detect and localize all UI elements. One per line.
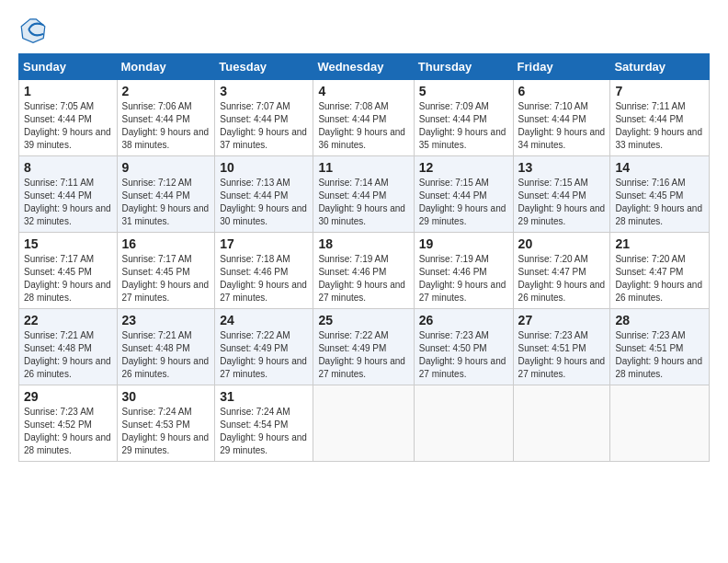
calendar-cell (513, 385, 610, 462)
day-info: Sunrise: 7:23 AMSunset: 4:52 PMDaylight:… (24, 406, 112, 457)
day-number: 18 (318, 236, 408, 251)
calendar-cell: 13Sunrise: 7:15 AMSunset: 4:44 PMDayligh… (513, 156, 610, 233)
day-number: 28 (615, 313, 704, 327)
calendar-cell: 18Sunrise: 7:19 AMSunset: 4:46 PMDayligh… (313, 233, 414, 309)
col-header-monday: Monday (117, 54, 215, 80)
calendar-cell (313, 385, 414, 462)
day-number: 14 (615, 160, 704, 175)
calendar-header-row: SundayMondayTuesdayWednesdayThursdayFrid… (19, 54, 710, 80)
day-number: 22 (24, 313, 112, 327)
day-info: Sunrise: 7:21 AMSunset: 4:48 PMDaylight:… (122, 329, 210, 381)
calendar-cell (414, 385, 513, 462)
calendar-cell: 15Sunrise: 7:17 AMSunset: 4:45 PMDayligh… (19, 233, 118, 309)
calendar-cell: 11Sunrise: 7:14 AMSunset: 4:44 PMDayligh… (313, 156, 414, 233)
day-number: 2 (122, 84, 210, 98)
day-number: 31 (220, 389, 308, 404)
day-number: 10 (220, 160, 308, 175)
day-info: Sunrise: 7:06 AMSunset: 4:44 PMDaylight:… (122, 100, 210, 152)
day-info: Sunrise: 7:20 AMSunset: 4:47 PMDaylight:… (518, 253, 606, 304)
calendar-cell: 10Sunrise: 7:13 AMSunset: 4:44 PMDayligh… (215, 156, 313, 233)
day-number: 13 (518, 160, 606, 175)
calendar-cell: 23Sunrise: 7:21 AMSunset: 4:48 PMDayligh… (117, 309, 215, 385)
week-row-4: 22Sunrise: 7:21 AMSunset: 4:48 PMDayligh… (19, 309, 710, 385)
calendar-cell: 26Sunrise: 7:23 AMSunset: 4:50 PMDayligh… (414, 309, 513, 385)
day-info: Sunrise: 7:15 AMSunset: 4:44 PMDaylight:… (518, 177, 606, 228)
day-number: 5 (419, 84, 508, 98)
day-number: 12 (419, 160, 508, 175)
day-number: 17 (220, 236, 308, 251)
calendar-cell: 1Sunrise: 7:05 AMSunset: 4:44 PMDaylight… (19, 80, 118, 156)
calendar-cell: 29Sunrise: 7:23 AMSunset: 4:52 PMDayligh… (19, 385, 118, 462)
calendar-cell: 17Sunrise: 7:18 AMSunset: 4:46 PMDayligh… (215, 233, 313, 309)
day-number: 24 (220, 313, 308, 327)
day-number: 1 (24, 84, 112, 98)
day-info: Sunrise: 7:11 AMSunset: 4:44 PMDaylight:… (24, 177, 112, 228)
col-header-saturday: Saturday (610, 54, 710, 80)
calendar-cell: 2Sunrise: 7:06 AMSunset: 4:44 PMDaylight… (117, 80, 215, 156)
calendar-table: SundayMondayTuesdayWednesdayThursdayFrid… (18, 53, 710, 462)
day-info: Sunrise: 7:12 AMSunset: 4:44 PMDaylight:… (122, 177, 210, 228)
day-info: Sunrise: 7:23 AMSunset: 4:51 PMDaylight:… (518, 329, 606, 381)
calendar-cell: 19Sunrise: 7:19 AMSunset: 4:46 PMDayligh… (414, 233, 513, 309)
col-header-thursday: Thursday (414, 54, 513, 80)
day-number: 11 (318, 160, 408, 175)
calendar-cell: 12Sunrise: 7:15 AMSunset: 4:44 PMDayligh… (414, 156, 513, 233)
day-number: 3 (220, 84, 308, 98)
day-info: Sunrise: 7:10 AMSunset: 4:44 PMDaylight:… (518, 100, 606, 152)
day-info: Sunrise: 7:07 AMSunset: 4:44 PMDaylight:… (220, 100, 308, 152)
calendar-cell: 3Sunrise: 7:07 AMSunset: 4:44 PMDaylight… (215, 80, 313, 156)
day-number: 9 (122, 160, 210, 175)
day-info: Sunrise: 7:21 AMSunset: 4:48 PMDaylight:… (24, 329, 112, 381)
day-number: 27 (518, 313, 606, 327)
day-number: 8 (24, 160, 112, 175)
day-info: Sunrise: 7:09 AMSunset: 4:44 PMDaylight:… (419, 100, 508, 152)
day-number: 23 (122, 313, 210, 327)
calendar-cell: 5Sunrise: 7:09 AMSunset: 4:44 PMDaylight… (414, 80, 513, 156)
calendar-cell: 27Sunrise: 7:23 AMSunset: 4:51 PMDayligh… (513, 309, 610, 385)
day-info: Sunrise: 7:22 AMSunset: 4:49 PMDaylight:… (318, 329, 408, 381)
day-number: 25 (318, 313, 408, 327)
day-info: Sunrise: 7:19 AMSunset: 4:46 PMDaylight:… (419, 253, 508, 304)
col-header-sunday: Sunday (19, 54, 118, 80)
logo-icon (18, 15, 48, 44)
week-row-1: 1Sunrise: 7:05 AMSunset: 4:44 PMDaylight… (19, 80, 710, 156)
day-info: Sunrise: 7:22 AMSunset: 4:49 PMDaylight:… (220, 329, 308, 381)
day-info: Sunrise: 7:24 AMSunset: 4:54 PMDaylight:… (220, 406, 308, 457)
day-info: Sunrise: 7:23 AMSunset: 4:51 PMDaylight:… (615, 329, 704, 381)
calendar-cell: 25Sunrise: 7:22 AMSunset: 4:49 PMDayligh… (313, 309, 414, 385)
day-number: 21 (615, 236, 704, 251)
calendar-cell: 28Sunrise: 7:23 AMSunset: 4:51 PMDayligh… (610, 309, 710, 385)
calendar-cell: 30Sunrise: 7:24 AMSunset: 4:53 PMDayligh… (117, 385, 215, 462)
calendar-cell: 31Sunrise: 7:24 AMSunset: 4:54 PMDayligh… (215, 385, 313, 462)
day-info: Sunrise: 7:11 AMSunset: 4:44 PMDaylight:… (615, 100, 704, 152)
day-number: 26 (419, 313, 508, 327)
col-header-friday: Friday (513, 54, 610, 80)
day-number: 6 (518, 84, 606, 98)
day-info: Sunrise: 7:18 AMSunset: 4:46 PMDaylight:… (220, 253, 308, 304)
calendar-cell (610, 385, 710, 462)
calendar-cell: 4Sunrise: 7:08 AMSunset: 4:44 PMDaylight… (313, 80, 414, 156)
day-info: Sunrise: 7:17 AMSunset: 4:45 PMDaylight:… (122, 253, 210, 304)
day-info: Sunrise: 7:08 AMSunset: 4:44 PMDaylight:… (318, 100, 408, 152)
day-number: 15 (24, 236, 112, 251)
calendar-cell: 21Sunrise: 7:20 AMSunset: 4:47 PMDayligh… (610, 233, 710, 309)
col-header-tuesday: Tuesday (215, 54, 313, 80)
day-number: 16 (122, 236, 210, 251)
day-number: 30 (122, 389, 210, 404)
day-info: Sunrise: 7:16 AMSunset: 4:45 PMDaylight:… (615, 177, 704, 228)
day-number: 20 (518, 236, 606, 251)
logo (18, 15, 51, 44)
day-info: Sunrise: 7:05 AMSunset: 4:44 PMDaylight:… (24, 100, 112, 152)
header (18, 15, 710, 44)
calendar-cell: 14Sunrise: 7:16 AMSunset: 4:45 PMDayligh… (610, 156, 710, 233)
day-info: Sunrise: 7:14 AMSunset: 4:44 PMDaylight:… (318, 177, 408, 228)
col-header-wednesday: Wednesday (313, 54, 414, 80)
day-number: 19 (419, 236, 508, 251)
week-row-2: 8Sunrise: 7:11 AMSunset: 4:44 PMDaylight… (19, 156, 710, 233)
week-row-3: 15Sunrise: 7:17 AMSunset: 4:45 PMDayligh… (19, 233, 710, 309)
day-number: 4 (318, 84, 408, 98)
calendar-cell: 24Sunrise: 7:22 AMSunset: 4:49 PMDayligh… (215, 309, 313, 385)
day-info: Sunrise: 7:19 AMSunset: 4:46 PMDaylight:… (318, 253, 408, 304)
page: SundayMondayTuesdayWednesdayThursdayFrid… (0, 0, 728, 471)
day-number: 7 (615, 84, 704, 98)
